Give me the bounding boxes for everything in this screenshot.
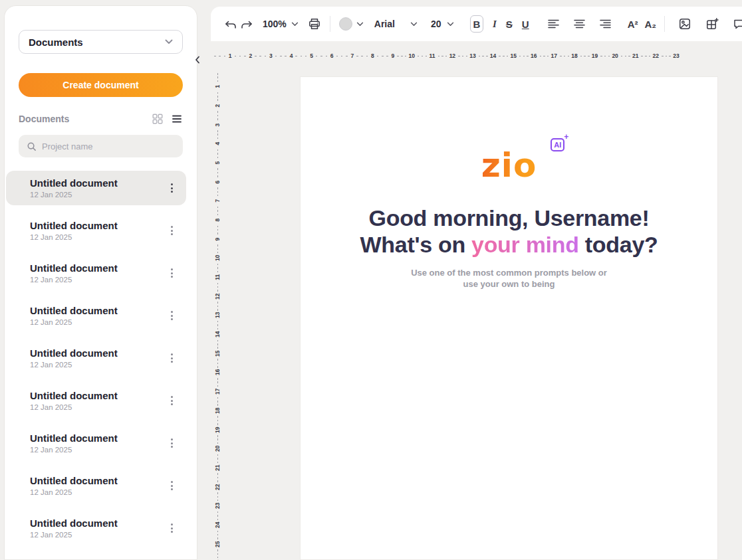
grid-view-button[interactable] — [152, 113, 164, 125]
document-list-item[interactable]: Untitled document 12 Jan 2025 — [6, 171, 186, 205]
underline-button[interactable]: U — [522, 19, 529, 30]
insert-image-button[interactable] — [676, 15, 693, 33]
zoom-value: 100% — [263, 19, 287, 29]
toolbar-divider — [664, 16, 665, 32]
comment-icon — [733, 17, 742, 31]
more-options-button[interactable] — [167, 179, 177, 197]
document-title: Untitled document — [30, 220, 118, 231]
more-options-button[interactable] — [167, 264, 177, 282]
document-date: 12 Jan 2025 — [30, 276, 118, 284]
document-title: Untitled document — [30, 177, 118, 189]
document-date: 12 Jan 2025 — [30, 318, 118, 326]
redo-button[interactable] — [240, 15, 253, 33]
subtitle-line2: use your own to being — [411, 278, 607, 290]
more-options-button[interactable] — [167, 349, 177, 367]
font-family-select[interactable]: Arial — [374, 19, 418, 29]
workspace-selector-label: Documents — [29, 37, 83, 48]
more-options-button[interactable] — [167, 434, 177, 452]
document-list-item[interactable]: Untitled document 12 Jan 2025 — [6, 256, 186, 290]
document-date: 12 Jan 2025 — [30, 191, 118, 199]
comment-button[interactable] — [731, 15, 742, 33]
document-date: 12 Jan 2025 — [30, 403, 118, 411]
align-center-button[interactable] — [571, 15, 588, 33]
workspace-selector[interactable]: Documents — [19, 30, 183, 54]
italic-button[interactable]: I — [493, 19, 497, 30]
search-input[interactable] — [42, 141, 175, 151]
list-view-button[interactable] — [171, 113, 183, 125]
chevron-down-icon — [410, 22, 418, 27]
document-title: Untitled document — [30, 305, 118, 316]
undo-icon — [224, 19, 237, 30]
align-left-icon — [548, 19, 559, 29]
list-view-icon — [172, 114, 182, 124]
document-canvas[interactable]: zio AI + Good morning, Username! What's … — [300, 76, 718, 560]
chevron-down-icon — [447, 22, 454, 27]
search-box[interactable] — [19, 135, 183, 157]
document-meta: Untitled document 12 Jan 2025 — [30, 220, 118, 241]
document-list-item[interactable]: Untitled document 12 Jan 2025 — [6, 383, 186, 418]
text-color-select[interactable] — [339, 17, 364, 31]
horizontal-ruler[interactable]: 1234567891011121314151617181920212223 — [213, 52, 681, 60]
grid-view-icon — [152, 114, 163, 124]
ai-badge: AI — [551, 138, 564, 151]
editor-toolbar: 100% Arial 20 B I S U A² A₂ — [211, 7, 742, 41]
insert-table-button[interactable] — [703, 15, 721, 33]
create-document-button[interactable]: Create document — [19, 73, 183, 97]
greeting-heading: Good morning, Username! What's on your m… — [360, 205, 658, 258]
document-date: 12 Jan 2025 — [30, 488, 118, 496]
insert-table-icon — [705, 17, 719, 31]
print-button[interactable] — [308, 15, 321, 33]
align-right-button[interactable] — [597, 15, 614, 33]
chevron-down-icon — [291, 22, 299, 27]
chevron-down-icon — [165, 39, 173, 45]
document-meta: Untitled document 12 Jan 2025 — [30, 517, 118, 539]
document-title: Untitled document — [30, 390, 118, 401]
search-icon — [27, 141, 37, 151]
greeting-line2-pre: What's on — [360, 232, 472, 257]
more-options-button[interactable] — [167, 307, 177, 324]
collapse-sidebar-button[interactable] — [192, 54, 203, 65]
toolbar-divider — [330, 16, 330, 32]
document-list-item[interactable]: Untitled document 12 Jan 2025 — [6, 341, 186, 375]
document-list-item[interactable]: Untitled document 12 Jan 2025 — [6, 298, 186, 333]
document-meta: Untitled document 12 Jan 2025 — [30, 475, 118, 496]
document-list-item[interactable]: Untitled document 12 Jan 2025 — [6, 468, 186, 503]
document-title: Untitled document — [30, 475, 118, 486]
document-meta: Untitled document 12 Jan 2025 — [30, 177, 118, 199]
document-list-item[interactable]: Untitled document 12 Jan 2025 — [6, 511, 186, 545]
undo-button[interactable] — [224, 15, 237, 33]
document-date: 12 Jan 2025 — [30, 361, 118, 369]
document-date: 12 Jan 2025 — [30, 446, 118, 454]
more-options-button[interactable] — [167, 519, 177, 537]
vertical-ruler[interactable]: 1234567891011121314151617181920212223242… — [213, 72, 222, 560]
more-options-button[interactable] — [167, 392, 177, 409]
bold-button[interactable]: B — [470, 15, 483, 33]
print-icon — [308, 17, 321, 31]
font-size-select[interactable]: 20 — [431, 19, 454, 29]
document-title: Untitled document — [30, 517, 118, 529]
more-options-button[interactable] — [167, 222, 177, 239]
document-meta: Untitled document 12 Jan 2025 — [30, 390, 118, 411]
subscript-button[interactable]: A₂ — [645, 19, 657, 30]
superscript-button[interactable]: A² — [628, 19, 638, 30]
view-toggle — [152, 113, 183, 125]
align-center-icon — [574, 19, 585, 29]
document-list-item[interactable]: Untitled document 12 Jan 2025 — [6, 426, 186, 460]
align-left-button[interactable] — [545, 15, 562, 33]
chevron-left-icon — [195, 56, 200, 64]
document-title: Untitled document — [30, 432, 118, 444]
more-options-button[interactable] — [167, 477, 177, 494]
document-meta: Untitled document 12 Jan 2025 — [30, 432, 118, 454]
documents-list-header: Documents — [19, 113, 183, 125]
strikethrough-button[interactable]: S — [506, 19, 513, 30]
document-date: 12 Jan 2025 — [30, 531, 118, 539]
document-date: 12 Jan 2025 — [30, 233, 118, 241]
document-list-item[interactable]: Untitled document 12 Jan 2025 — [6, 213, 186, 248]
chevron-down-icon — [356, 22, 364, 27]
zoom-select[interactable]: 100% — [263, 19, 299, 29]
document-title: Untitled document — [30, 347, 118, 359]
align-right-icon — [600, 19, 611, 29]
greeting-line2-post: today? — [579, 232, 658, 257]
zio-logo-text: zio — [481, 146, 537, 185]
document-meta: Untitled document 12 Jan 2025 — [30, 347, 118, 369]
